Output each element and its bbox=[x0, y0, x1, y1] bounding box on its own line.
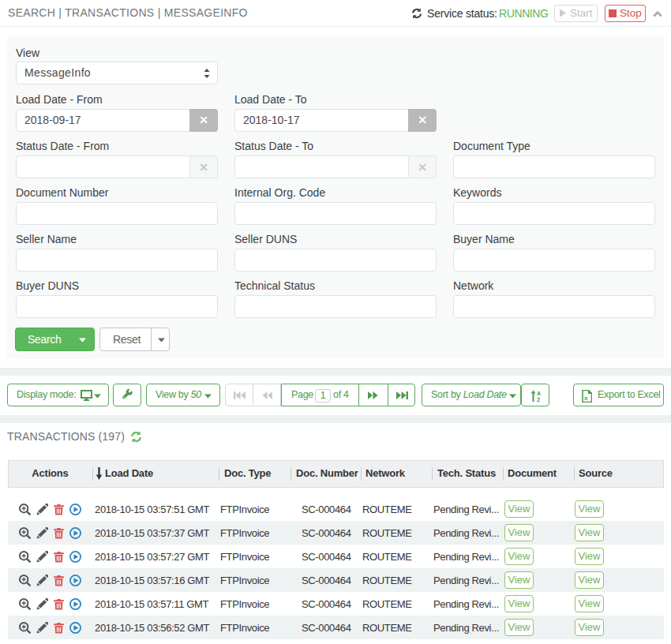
svg-text:Z: Z bbox=[537, 397, 541, 402]
svg-text:A: A bbox=[537, 391, 541, 396]
svg-text:x: x bbox=[584, 395, 588, 402]
